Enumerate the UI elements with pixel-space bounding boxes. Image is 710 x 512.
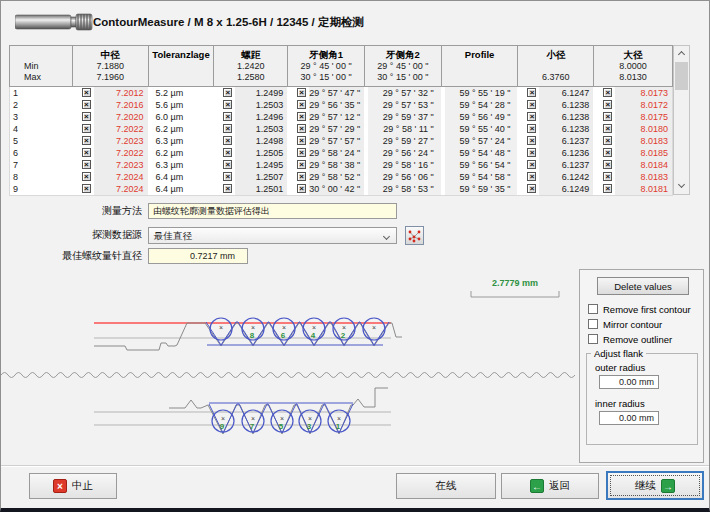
profile-cell: 59 ° 59 ' 35 " — [441, 183, 518, 195]
pin-diameter-input[interactable]: 0.7217 mm — [148, 248, 248, 264]
pitch-diameter-cell: 7.2022 — [72, 147, 148, 159]
back-button[interactable]: ← 返回 — [501, 473, 599, 499]
checked-checkbox-icon[interactable] — [223, 136, 232, 145]
table-row[interactable]: 87.20246.4 µm1.250729 ° 58 ' 52 "29 ° 56… — [10, 171, 672, 183]
pitch-cell: 1.2499 — [213, 87, 287, 99]
checked-checkbox-icon[interactable] — [223, 112, 232, 121]
flank-angle2-cell: 29 ° 57 ' 53 " — [364, 99, 441, 111]
checked-checkbox-icon[interactable] — [527, 88, 536, 97]
scrollbar-thumb[interactable] — [675, 62, 688, 90]
probe-source-dropdown[interactable]: 最佳直径 — [148, 227, 397, 244]
table-header: Min Max 中径 7.1880 7.1960 Toleranzlage 螺距… — [9, 45, 673, 87]
checked-checkbox-icon[interactable] — [82, 148, 91, 157]
scroll-up-icon[interactable] — [674, 47, 689, 61]
checked-checkbox-icon[interactable] — [603, 124, 612, 133]
scroll-down-icon[interactable] — [674, 179, 689, 193]
inner-radius-input[interactable]: 0.00 mm — [599, 411, 659, 425]
checked-checkbox-icon[interactable] — [223, 88, 232, 97]
pitch-diameter-cell: 7.2016 — [72, 99, 148, 111]
checked-checkbox-icon[interactable] — [297, 88, 306, 97]
method-label: 测量方法 — [0, 203, 142, 219]
checked-checkbox-icon[interactable] — [603, 88, 612, 97]
mirror-contour-checkbox[interactable]: Mirror contour — [588, 318, 662, 330]
pitch-diameter-cell: 7.2024 — [72, 183, 148, 195]
table-row[interactable]: 77.20236.3 µm1.249529 ° 58 ' 38 "29 ° 58… — [10, 159, 672, 171]
table-row[interactable]: 17.20125.2 µm1.249929 ° 57 ' 47 "29 ° 57… — [10, 87, 672, 99]
checked-checkbox-icon[interactable] — [527, 184, 536, 193]
upper-probe-circles[interactable] — [210, 318, 385, 340]
table-row[interactable]: 57.20236.3 µm1.249829 ° 57 ' 57 "29 ° 59… — [10, 135, 672, 147]
online-button[interactable]: 在线 — [396, 473, 496, 499]
checked-checkbox-icon[interactable] — [297, 124, 306, 133]
checked-checkbox-icon[interactable] — [223, 172, 232, 181]
outer-radius-input[interactable]: 0.00 mm — [599, 375, 659, 389]
remove-outliner-checkbox[interactable]: Remove outliner — [588, 333, 672, 345]
table-row[interactable]: 37.20206.0 µm1.249629 ° 57 ' 12 "29 ° 59… — [10, 111, 672, 123]
checked-checkbox-icon[interactable] — [297, 172, 306, 181]
remove-first-contour-checkbox[interactable]: Remove first contour — [588, 303, 691, 315]
checked-checkbox-icon[interactable] — [223, 100, 232, 109]
table-scrollbar[interactable] — [673, 45, 690, 195]
tolerance-cell: 6.3 µm — [148, 159, 214, 171]
checked-checkbox-icon[interactable] — [82, 184, 91, 193]
flank-angle1-cell: 29 ° 57 ' 47 " — [287, 87, 364, 99]
checked-checkbox-icon[interactable] — [223, 160, 232, 169]
checked-checkbox-icon[interactable] — [297, 100, 306, 109]
abort-label: 中止 — [72, 479, 93, 493]
checked-checkbox-icon[interactable] — [223, 124, 232, 133]
checked-checkbox-icon[interactable] — [603, 100, 612, 109]
checked-checkbox-icon[interactable] — [82, 112, 91, 121]
checkbox-icon[interactable] — [588, 319, 598, 329]
checked-checkbox-icon[interactable] — [82, 136, 91, 145]
checked-checkbox-icon[interactable] — [297, 136, 306, 145]
delete-values-button[interactable]: Delete values — [597, 277, 689, 295]
profile-cell: 59 ° 55 ' 19 " — [441, 87, 518, 99]
method-input[interactable]: 由螺纹轮廓测量数据评估得出 — [148, 203, 397, 219]
contour-plot[interactable]: 2.7779 mm ×× ×× ×× 8 6 4 2 — [1, 269, 579, 463]
pitch-cell: 1.2503 — [213, 99, 287, 111]
checked-checkbox-icon[interactable] — [603, 136, 612, 145]
title-bar: ContourMeasure / M 8 x 1.25-6H / 12345 /… — [1, 1, 709, 41]
checked-checkbox-icon[interactable] — [223, 184, 232, 193]
back-label: 返回 — [549, 479, 570, 493]
method-row: 测量方法 由螺纹轮廓测量数据评估得出 — [1, 203, 710, 219]
checked-checkbox-icon[interactable] — [297, 148, 306, 157]
outer-radius-label: outer radius — [595, 362, 645, 373]
checked-checkbox-icon[interactable] — [603, 172, 612, 181]
checked-checkbox-icon[interactable] — [297, 160, 306, 169]
checked-checkbox-icon[interactable] — [527, 160, 536, 169]
inner-radius-label: inner radius — [595, 398, 645, 409]
checkbox-icon[interactable] — [588, 304, 598, 314]
checked-checkbox-icon[interactable] — [527, 124, 536, 133]
checked-checkbox-icon[interactable] — [223, 148, 232, 157]
checked-checkbox-icon[interactable] — [527, 136, 536, 145]
checked-checkbox-icon[interactable] — [82, 124, 91, 133]
checked-checkbox-icon[interactable] — [527, 112, 536, 121]
checked-checkbox-icon[interactable] — [82, 100, 91, 109]
checked-checkbox-icon[interactable] — [603, 184, 612, 193]
checked-checkbox-icon[interactable] — [527, 148, 536, 157]
table-row[interactable]: 97.20246.4 µm1.250130 ° 00 ' 42 "29 ° 58… — [10, 183, 672, 195]
checked-checkbox-icon[interactable] — [603, 160, 612, 169]
checked-checkbox-icon[interactable] — [82, 160, 91, 169]
checked-checkbox-icon[interactable] — [603, 148, 612, 157]
checked-checkbox-icon[interactable] — [297, 112, 306, 121]
abort-button[interactable]: × 中止 — [29, 473, 117, 499]
probe-pattern-button[interactable] — [405, 226, 424, 245]
checked-checkbox-icon[interactable] — [297, 184, 306, 193]
tolerance-cell: 6.2 µm — [148, 147, 214, 159]
checked-checkbox-icon[interactable] — [82, 172, 91, 181]
table-row[interactable]: 47.20226.2 µm1.250329 ° 57 ' 29 "29 ° 58… — [10, 123, 672, 135]
continue-button[interactable]: 继续 → — [606, 471, 704, 500]
svg-text:8: 8 — [250, 331, 255, 340]
flank-angle1-cell: 29 ° 58 ' 38 " — [287, 159, 364, 171]
checkbox-icon[interactable] — [588, 334, 598, 344]
table-row[interactable]: 27.20165.6 µm1.250329 ° 56 ' 35 "29 ° 57… — [10, 99, 672, 111]
checked-checkbox-icon[interactable] — [603, 112, 612, 121]
table-row[interactable]: 67.20226.2 µm1.250529 ° 58 ' 24 "29 ° 56… — [10, 147, 672, 159]
checked-checkbox-icon[interactable] — [527, 100, 536, 109]
checked-checkbox-icon[interactable] — [527, 172, 536, 181]
major-diameter-cell: 8.0185 — [593, 147, 672, 159]
upper-probe-numbers: 8 6 4 2 — [250, 331, 346, 340]
checked-checkbox-icon[interactable] — [82, 88, 91, 97]
